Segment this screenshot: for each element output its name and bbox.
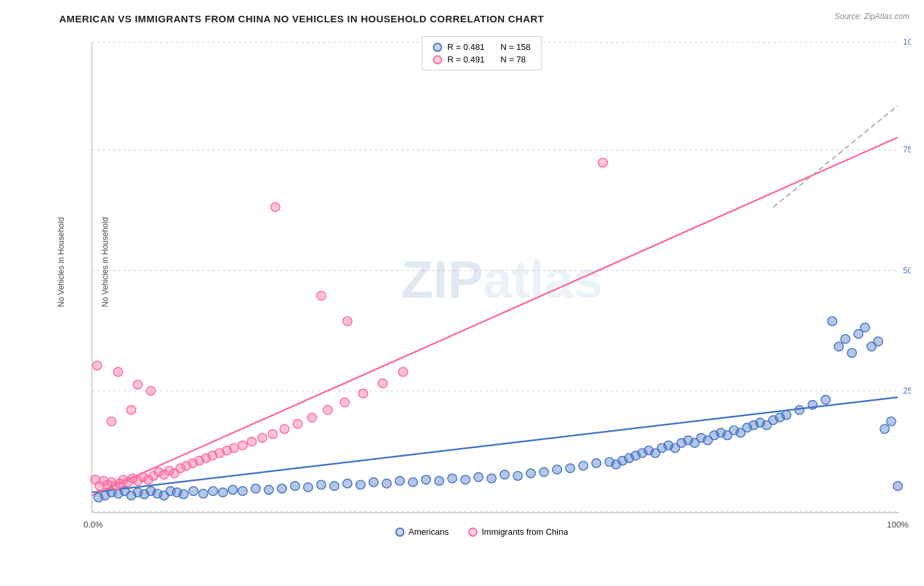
svg-text:0.0%: 0.0% bbox=[83, 520, 103, 530]
legend-label-immigrants: Immigrants from China bbox=[482, 527, 568, 537]
svg-point-48 bbox=[408, 478, 417, 487]
svg-point-60 bbox=[566, 464, 575, 473]
svg-point-139 bbox=[323, 405, 333, 415]
svg-text:25.0%: 25.0% bbox=[903, 386, 911, 395]
svg-point-96 bbox=[841, 334, 850, 344]
svg-point-131 bbox=[229, 443, 239, 453]
legend-row-pink: R = 0.491 N = 78 bbox=[433, 55, 531, 64]
svg-point-45 bbox=[369, 478, 379, 487]
legend-row-blue: R = 0.481 N = 158 bbox=[433, 42, 531, 52]
svg-point-146 bbox=[343, 317, 352, 326]
svg-point-148 bbox=[93, 361, 102, 371]
legend-blue-n: N = 158 bbox=[500, 42, 530, 52]
legend-dot-pink-bottom bbox=[469, 528, 478, 537]
svg-point-137 bbox=[293, 419, 302, 428]
svg-point-29 bbox=[179, 490, 188, 499]
svg-point-49 bbox=[421, 475, 430, 484]
svg-point-41 bbox=[317, 480, 326, 489]
svg-point-38 bbox=[277, 484, 287, 493]
y-axis-label-text: No Vehicles in Household bbox=[57, 217, 66, 307]
svg-point-102 bbox=[880, 424, 889, 434]
legend-pink-n: N = 78 bbox=[500, 55, 526, 64]
svg-point-39 bbox=[290, 482, 300, 491]
legend-dot-blue bbox=[433, 43, 442, 52]
legend-item-immigrants: Immigrants from China bbox=[469, 527, 568, 537]
svg-point-43 bbox=[343, 479, 352, 488]
svg-point-97 bbox=[847, 348, 856, 357]
svg-point-92 bbox=[808, 401, 817, 410]
legend-label-americans: Americans bbox=[409, 527, 449, 537]
svg-point-144 bbox=[271, 202, 280, 212]
svg-point-90 bbox=[782, 411, 791, 420]
source-label: Source: ZipAtlas.com bbox=[835, 12, 910, 21]
svg-point-40 bbox=[304, 483, 313, 492]
svg-point-46 bbox=[382, 479, 391, 488]
svg-point-37 bbox=[264, 485, 273, 495]
svg-point-94 bbox=[827, 317, 837, 326]
legend-blue-r: R = 0.481 bbox=[448, 42, 485, 52]
svg-point-138 bbox=[308, 413, 317, 422]
svg-point-53 bbox=[474, 473, 483, 482]
chart-area: No Vehicles in Household R = 0.481 N = 1… bbox=[53, 30, 911, 537]
svg-point-34 bbox=[228, 485, 237, 495]
svg-point-149 bbox=[114, 367, 123, 376]
svg-point-36 bbox=[251, 484, 260, 493]
svg-point-133 bbox=[247, 437, 256, 446]
svg-point-35 bbox=[238, 487, 247, 496]
svg-point-52 bbox=[461, 475, 470, 484]
svg-point-132 bbox=[238, 441, 247, 450]
legend-dot-blue-bottom bbox=[396, 528, 405, 537]
svg-point-93 bbox=[821, 395, 830, 405]
svg-point-30 bbox=[189, 487, 198, 496]
svg-point-61 bbox=[579, 461, 588, 470]
svg-point-62 bbox=[591, 459, 601, 468]
svg-point-143 bbox=[398, 367, 407, 376]
bottom-legend: Americans Immigrants from China bbox=[396, 527, 568, 537]
svg-point-58 bbox=[540, 468, 549, 477]
chart-title: AMERICAN VS IMMIGRANTS FROM CHINA NO VEH… bbox=[53, 13, 911, 24]
svg-point-135 bbox=[268, 430, 277, 439]
svg-point-142 bbox=[378, 379, 387, 388]
svg-point-151 bbox=[147, 386, 156, 395]
legend-item-americans: Americans bbox=[396, 527, 449, 537]
legend-pink-r: R = 0.491 bbox=[448, 55, 485, 64]
svg-point-152 bbox=[127, 405, 136, 415]
svg-point-56 bbox=[513, 472, 522, 481]
svg-point-104 bbox=[893, 482, 902, 491]
svg-point-153 bbox=[107, 417, 116, 426]
svg-text:100%: 100% bbox=[887, 520, 908, 530]
svg-point-150 bbox=[133, 380, 143, 390]
svg-point-136 bbox=[280, 424, 289, 434]
svg-point-31 bbox=[198, 489, 208, 499]
svg-text:75.0%: 75.0% bbox=[903, 145, 911, 154]
legend-box: R = 0.481 N = 158 R = 0.491 N = 78 bbox=[422, 36, 542, 70]
svg-point-51 bbox=[448, 474, 457, 483]
svg-point-59 bbox=[553, 465, 562, 474]
svg-point-55 bbox=[500, 470, 509, 480]
svg-point-50 bbox=[434, 476, 444, 485]
svg-line-14 bbox=[92, 137, 898, 495]
svg-line-15 bbox=[774, 106, 898, 207]
svg-point-57 bbox=[526, 469, 536, 478]
svg-point-145 bbox=[317, 292, 326, 301]
svg-point-54 bbox=[487, 474, 496, 483]
svg-text:100.0%: 100.0% bbox=[903, 37, 911, 47]
svg-point-134 bbox=[258, 434, 267, 443]
y-axis-label: No Vehicles in Household bbox=[101, 217, 110, 307]
svg-point-141 bbox=[359, 389, 368, 398]
svg-point-33 bbox=[218, 488, 227, 497]
chart-container: AMERICAN VS IMMIGRANTS FROM CHINA NO VEH… bbox=[0, 0, 924, 586]
chart-svg: 100.0% 75.0% 50.0% 25.0% 0.0% 100% bbox=[53, 30, 911, 537]
svg-point-103 bbox=[887, 417, 896, 426]
svg-point-95 bbox=[834, 342, 843, 351]
legend-dot-pink bbox=[433, 55, 442, 64]
svg-point-44 bbox=[356, 480, 365, 489]
svg-point-91 bbox=[795, 405, 804, 415]
svg-text:50.0%: 50.0% bbox=[903, 265, 911, 275]
svg-point-32 bbox=[208, 487, 218, 496]
svg-point-140 bbox=[340, 398, 350, 407]
svg-point-42 bbox=[330, 482, 339, 491]
svg-point-147 bbox=[598, 158, 607, 168]
svg-point-47 bbox=[395, 476, 404, 485]
svg-point-101 bbox=[873, 337, 883, 346]
